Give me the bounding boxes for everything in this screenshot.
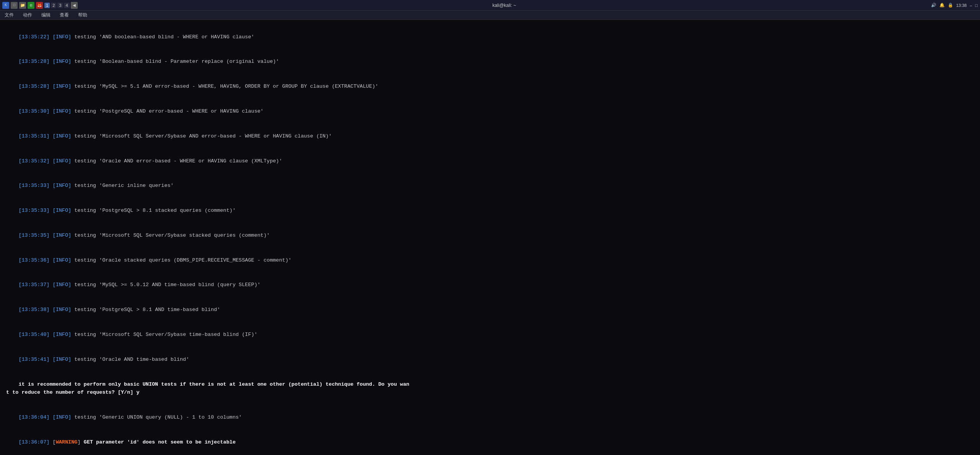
line-13: [13:35:40] [INFO] testing 'Microsoft SQL… [6, 322, 974, 347]
line-warning: [13:36:07] [WARNING] GET parameter 'id' … [6, 430, 974, 455]
menu-view[interactable]: 查看 [58, 11, 70, 19]
line-8: [13:35:33] [INFO] testing 'PostgreSQL > … [6, 198, 974, 223]
tab-numbers: 1 2 3 4 ◀ [44, 2, 78, 9]
menu-edit[interactable]: 编辑 [40, 11, 52, 19]
window-title: kali@kali: ~ [292, 3, 716, 8]
line-union-prompt: it is recommended to perform only basic … [6, 372, 974, 405]
line-7: [13:35:33] [INFO] testing 'Generic inlin… [6, 173, 974, 198]
terminal[interactable]: [13:35:22] [INFO] testing 'AND boolean-b… [0, 20, 980, 455]
network-icon[interactable]: 🔔 [939, 3, 945, 8]
taskbar-right: 🔊 🔔 🔒 13:38 – □ [931, 3, 978, 8]
taskbar-icon-5[interactable]: 🦊 [36, 2, 43, 9]
line-11: [13:35:37] [INFO] testing 'MySQL >= 5.0.… [6, 273, 974, 298]
line-2: [13:35:28] [INFO] testing 'Boolean-based… [6, 49, 974, 74]
tab-2[interactable]: 2 [51, 3, 56, 8]
menubar: 文件 动作 编辑 查看 帮助 [0, 11, 980, 20]
window-max[interactable]: □ [975, 3, 978, 8]
menu-file[interactable]: 文件 [3, 11, 15, 19]
tab-4[interactable]: 4 [64, 3, 69, 8]
menu-actions[interactable]: 动作 [21, 11, 34, 19]
line-12: [13:35:38] [INFO] testing 'PostgreSQL > … [6, 298, 974, 322]
clock: 13:38 [956, 3, 967, 8]
tab-1[interactable]: 1 [44, 3, 50, 8]
line-3: [13:35:28] [INFO] testing 'MySQL >= 5.1 … [6, 74, 974, 99]
line-5: [13:35:31] [INFO] testing 'Microsoft SQL… [6, 124, 974, 149]
window-min[interactable]: – [970, 3, 972, 8]
volume-icon[interactable]: 🔊 [931, 3, 936, 8]
taskbar-icon-3[interactable]: 📁 [19, 2, 26, 9]
tab-prev[interactable]: ◀ [71, 2, 78, 9]
line-14: [13:35:41] [INFO] testing 'Oracle AND ti… [6, 347, 974, 372]
tab-3[interactable]: 3 [57, 3, 63, 8]
line-6: [13:35:32] [INFO] testing 'Oracle AND er… [6, 149, 974, 173]
line-15: [13:36:04] [INFO] testing 'Generic UNION… [6, 405, 974, 430]
taskbar-icon-1[interactable]: K [2, 2, 9, 9]
line-9: [13:35:35] [INFO] testing 'Microsoft SQL… [6, 223, 974, 248]
taskbar: K □ 📁 ⊞ 🦊 1 2 3 4 ◀ kali@kali: ~ 🔊 🔔 🔒 1… [0, 0, 980, 11]
line-4: [13:35:30] [INFO] testing 'PostgreSQL AN… [6, 99, 974, 124]
taskbar-icon-4[interactable]: ⊞ [28, 2, 34, 9]
lock-icon: 🔒 [948, 3, 953, 8]
menu-help[interactable]: 帮助 [77, 11, 89, 19]
line-10: [13:35:36] [INFO] testing 'Oracle stacke… [6, 248, 974, 273]
taskbar-icon-2[interactable]: □ [11, 2, 18, 9]
line-1: [13:35:22] [INFO] testing 'AND boolean-b… [6, 25, 974, 49]
